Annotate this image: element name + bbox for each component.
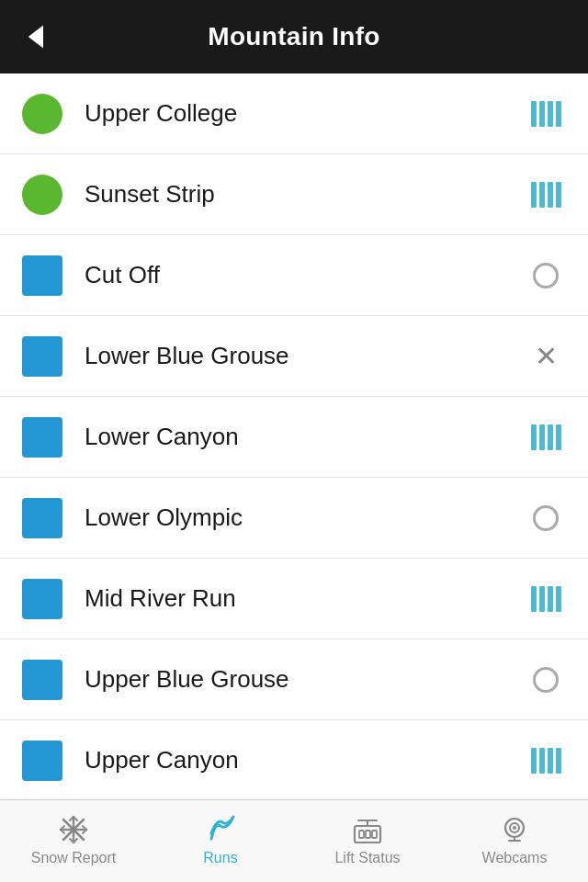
lift-status-icon [351,813,384,846]
trail-difficulty-icon [22,94,62,134]
trail-item[interactable]: Lower Blue Grouse✕ [0,316,588,397]
lift-status-label: Lift Status [334,850,400,866]
trail-name: Upper Blue Grouse [85,665,526,694]
trail-status [526,182,566,208]
trail-name: Lower Canyon [85,423,526,451]
tab-runs[interactable]: Runs [147,800,294,882]
trail-status: ✕ [526,343,566,370]
trail-name: Upper Canyon [85,746,526,775]
trail-name: Mid River Run [85,584,526,613]
trail-status [526,101,566,127]
trail-item[interactable]: Lower Olympic [0,478,588,559]
tab-snow-report[interactable]: Snow Report [0,800,147,882]
trail-difficulty-icon [22,336,62,377]
runs-label: Runs [203,850,237,866]
trail-difficulty-icon [22,741,62,781]
trail-difficulty-icon [22,255,62,296]
runs-icon [204,813,237,846]
svg-rect-17 [372,831,377,838]
trail-item[interactable]: Upper Canyon [0,720,588,799]
trail-status [526,505,566,531]
trail-difficulty-icon [22,660,62,700]
webcams-label: Webcams [482,850,548,866]
svg-marker-0 [28,25,43,48]
trail-status [526,263,566,288]
svg-rect-15 [359,831,364,838]
trail-name: Cut Off [85,261,526,289]
tab-lift-status[interactable]: Lift Status [294,800,441,882]
trail-list: Upper CollegeSunset StripCut OffLower Bl… [0,74,588,799]
svg-point-22 [513,826,516,830]
header: Mountain Info [0,0,588,74]
trail-item[interactable]: Cut Off [0,235,588,316]
trail-name: Lower Blue Grouse [85,342,526,370]
trail-status [526,424,566,450]
page-title: Mountain Info [208,22,379,51]
trail-item[interactable]: Sunset Strip [0,154,588,235]
trail-status [526,748,566,774]
snow-report-label: Snow Report [31,850,117,866]
tab-webcams[interactable]: Webcams [441,800,588,882]
trail-status [526,586,566,612]
trail-difficulty-icon [22,175,62,215]
back-button[interactable] [18,20,51,53]
tab-bar: Snow Report Runs Lift Status [0,799,588,882]
trail-difficulty-icon [22,579,62,619]
trail-item[interactable]: Upper Blue Grouse [0,639,588,720]
trail-name: Sunset Strip [85,180,526,209]
trail-difficulty-icon [22,498,62,538]
trail-item[interactable]: Mid River Run [0,559,588,639]
trail-name: Upper College [85,99,526,128]
trail-item[interactable]: Upper College [0,74,588,154]
trail-name: Lower Olympic [85,503,526,532]
svg-point-5 [71,827,76,832]
trail-difficulty-icon [22,417,62,458]
trail-status [526,667,566,693]
trail-item[interactable]: Lower Canyon [0,397,588,478]
webcams-icon [498,813,531,846]
snow-report-icon [57,813,90,846]
svg-rect-16 [366,831,370,838]
